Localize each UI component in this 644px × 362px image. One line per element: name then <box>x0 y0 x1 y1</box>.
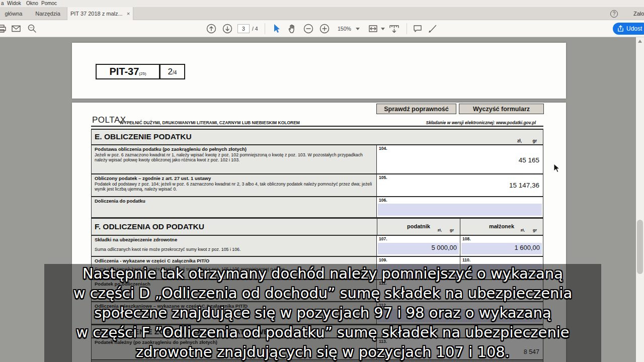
field-104[interactable]: 104. 45 165 <box>377 145 543 173</box>
zoom-level-value[interactable]: 150% <box>338 26 351 32</box>
clear-form-button[interactable]: Wyczyść formularz <box>459 104 544 114</box>
field-106[interactable]: 106. <box>377 197 543 217</box>
form-code-box: PIT-37 (25) 2 /4 <box>96 64 185 79</box>
field-106-input[interactable] <box>378 204 542 216</box>
menu-item-pomoc[interactable]: Pomoc <box>41 1 57 6</box>
email-icon[interactable] <box>11 24 21 34</box>
row-104-label: Podstawa obliczenia podatku (po zaokrągl… <box>92 145 377 173</box>
field-108-input[interactable]: 1 600,00 <box>461 243 542 254</box>
acrobat-window: a Widok Okno Pomoc główna Narzędzia PIT … <box>0 0 644 362</box>
print-icon[interactable] <box>0 24 7 34</box>
field-108-number: 108. <box>462 236 471 241</box>
row-106-label: Doliczenia do podatku <box>92 197 377 217</box>
tab-bar: główna Narzędzia PIT 37 2018 z malz... ×… <box>0 7 644 20</box>
subtitle-line: Następnie tak otrzymany dochód należy po… <box>44 264 601 284</box>
field-104-value: 45 165 <box>519 156 539 164</box>
scrollbar-thumb[interactable] <box>637 220 643 274</box>
row-105-label: Obliczony podatek – zgodnie z art. 27 us… <box>92 174 377 196</box>
divider <box>91 126 543 127</box>
form-row-107-108: Składki na ubezpieczenie zdrowotne Suma … <box>91 235 543 256</box>
close-icon[interactable]: × <box>127 11 130 17</box>
page-count-label: / 4 <box>252 26 258 32</box>
field-107-value: 5 000,00 <box>431 244 457 251</box>
unit-gr: gr <box>450 228 454 232</box>
row-107-title: Składki na ubezpieczenie zdrowotne <box>95 237 373 243</box>
fill-instruction: WYPEŁNIĆ DUŻYMI, DRUKOWANYMI LITERAMI, C… <box>120 120 300 125</box>
field-105-value: 15 147,36 <box>509 182 539 189</box>
scroll-up-icon[interactable] <box>638 40 642 43</box>
unit-zl: zł, <box>521 228 525 232</box>
column-malzonek: małżonek zł, gr <box>460 219 543 235</box>
page-number-input[interactable] <box>237 24 250 33</box>
row-109-title: Odliczenia - wykazane w części C załączn… <box>95 258 373 264</box>
field-110-number: 110. <box>462 257 470 262</box>
toolbar: / 4 150% <box>0 20 644 37</box>
field-107-input[interactable]: 5 000,00 <box>378 243 459 254</box>
menu-item-okno[interactable]: Okno <box>26 1 38 6</box>
share-icon <box>617 25 624 32</box>
row-105-desc: Podatek od podstawy z poz. 104; jeżeli w… <box>95 182 373 192</box>
previous-page-icon[interactable] <box>206 24 216 34</box>
section-f-header: F. ODLICZENIA OD PODATKU podatnik zł, gr… <box>91 218 543 235</box>
row-106-title: Doliczenia do podatku <box>95 198 373 204</box>
tab-tools[interactable]: Narzędzia <box>30 7 65 20</box>
column-podatnik: podatnik zł, gr <box>377 219 460 235</box>
field-107[interactable]: 107. 5 000,00 <box>377 236 460 256</box>
menu-item-fragment[interactable]: a <box>1 1 4 6</box>
field-105[interactable]: 105. 15 147,36 <box>377 174 543 196</box>
field-105-number: 105. <box>379 175 387 180</box>
unit-zl: zł, <box>438 228 442 232</box>
check-validity-button[interactable]: Sprawdź poprawność <box>376 104 456 114</box>
help-icon[interactable]: ? <box>610 10 618 18</box>
column-malzonek-label: małżonek <box>489 223 514 229</box>
sign-in-link[interactable]: Zalog <box>633 11 644 17</box>
section-e-header: E. OBLICZENIE PODATKU zł, gr <box>91 129 543 145</box>
subtitle-overlay: Następnie tak otrzymany dochód należy po… <box>44 264 601 362</box>
chevron-down-icon[interactable] <box>381 28 385 30</box>
column-podatnik-label: podatnik <box>407 223 430 229</box>
hand-tool-icon[interactable] <box>287 24 297 34</box>
next-page-icon[interactable] <box>222 24 232 34</box>
check-validity-label: Sprawdź poprawność <box>384 106 449 113</box>
form-page-number: 2 <box>168 67 173 77</box>
tab-home-label: główna <box>5 11 23 17</box>
field-104-number: 104. <box>379 146 387 151</box>
menu-item-widok[interactable]: Widok <box>7 1 21 6</box>
signature-pen-icon[interactable] <box>428 24 438 34</box>
pdf-page-2: PIT-37 (25) 2 /4 <box>72 43 566 99</box>
form-page-total: /4 <box>173 70 177 75</box>
zoom-out-icon[interactable] <box>303 24 313 34</box>
field-108[interactable]: 108. 1 600,00 <box>460 236 543 256</box>
select-tool-icon[interactable] <box>272 24 282 34</box>
share-button[interactable]: Udost <box>613 23 644 35</box>
tab-document[interactable]: PIT 37 2018 z malz... × <box>67 7 133 20</box>
unit-gr: gr <box>533 138 537 143</box>
fit-width-icon[interactable] <box>368 24 380 34</box>
field-106-number: 106. <box>379 198 387 203</box>
subtitle-line: w części D „Odliczenia od dochodu” sumę … <box>44 284 601 303</box>
chevron-down-icon[interactable] <box>356 28 360 30</box>
form-revision: (25) <box>139 71 146 76</box>
toolbar-divider <box>407 23 407 34</box>
form-row-105: Obliczony podatek – zgodnie z art. 27 us… <box>91 174 543 197</box>
row-104-title: Podstawa obliczenia podatku (po zaokrągl… <box>95 146 373 152</box>
clear-form-label: Wyczyść formularz <box>473 106 530 113</box>
field-107-number: 107. <box>379 236 387 241</box>
share-button-label: Udost <box>626 25 642 32</box>
unit-zl: zł, <box>517 138 522 143</box>
search-icon[interactable] <box>27 24 37 34</box>
row-105-title: Obliczony podatek – zgodnie z art. 27 us… <box>95 175 373 182</box>
page-width-icon[interactable] <box>388 24 400 34</box>
tab-home[interactable]: główna <box>0 7 30 20</box>
row-107-label: Składki na ubezpieczenie zdrowotne Suma … <box>92 236 377 256</box>
tab-document-label: PIT 37 2018 z malz... <box>70 11 123 17</box>
row-104-desc: Jeżeli w poz. 6 zaznaczono kwadrat nr 1,… <box>95 152 373 163</box>
mouse-cursor <box>553 163 561 173</box>
vertical-scrollbar[interactable] <box>636 37 644 362</box>
form-code: PIT-37 <box>109 66 139 77</box>
tab-tools-label: Narzędzia <box>35 11 60 17</box>
toolbar-divider <box>265 23 265 34</box>
zoom-in-icon[interactable] <box>319 24 330 34</box>
comment-icon[interactable] <box>413 24 423 34</box>
menu-bar: a Widok Okno Pomoc <box>0 0 644 7</box>
